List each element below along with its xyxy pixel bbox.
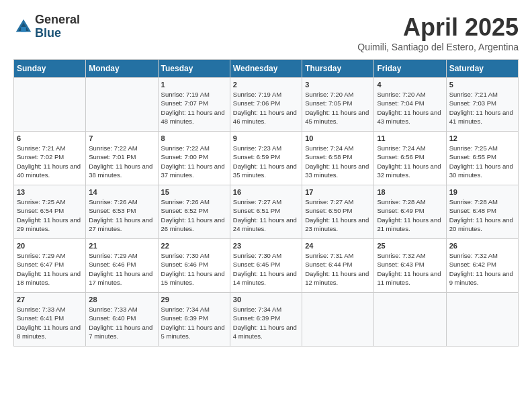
day-info: Sunrise: 7:33 AMSunset: 6:41 PMDaylight:…	[17, 305, 83, 340]
day-info: Sunrise: 7:22 AMSunset: 7:01 PMDaylight:…	[89, 144, 154, 179]
location-subtitle: Quimili, Santiago del Estero, Argentina	[357, 42, 519, 52]
day-info: Sunrise: 7:21 AMSunset: 7:02 PMDaylight:…	[17, 144, 83, 179]
calendar-week-row: 6Sunrise: 7:21 AMSunset: 7:02 PMDaylight…	[14, 132, 519, 185]
day-info: Sunrise: 7:32 AMSunset: 6:43 PMDaylight:…	[377, 251, 443, 287]
calendar-cell: 23Sunrise: 7:30 AMSunset: 6:45 PMDayligh…	[230, 239, 302, 293]
calendar-cell: 10Sunrise: 7:24 AMSunset: 6:58 PMDayligh…	[302, 132, 374, 185]
day-info: Sunrise: 7:21 AMSunset: 7:03 PMDaylight:…	[449, 90, 515, 126]
day-number: 19	[449, 188, 515, 196]
calendar-cell: 13Sunrise: 7:25 AMSunset: 6:54 PMDayligh…	[14, 185, 86, 239]
day-info: Sunrise: 7:27 AMSunset: 6:51 PMDaylight:…	[233, 197, 299, 233]
day-info: Sunrise: 7:33 AMSunset: 6:40 PMDaylight:…	[89, 305, 154, 340]
calendar-cell: 6Sunrise: 7:21 AMSunset: 7:02 PMDaylight…	[14, 132, 86, 185]
day-number: 2	[233, 81, 299, 89]
calendar-cell: 19Sunrise: 7:28 AMSunset: 6:48 PMDayligh…	[446, 185, 518, 239]
day-info: Sunrise: 7:20 AMSunset: 7:05 PMDaylight:…	[305, 90, 371, 126]
day-number: 10	[305, 134, 371, 142]
day-info: Sunrise: 7:27 AMSunset: 6:50 PMDaylight:…	[305, 197, 371, 233]
calendar-cell: 12Sunrise: 7:25 AMSunset: 6:55 PMDayligh…	[446, 132, 518, 185]
header-tuesday: Tuesday	[158, 60, 230, 78]
header-monday: Monday	[86, 60, 158, 78]
calendar-cell: 8Sunrise: 7:22 AMSunset: 7:00 PMDaylight…	[158, 132, 230, 185]
day-number: 13	[17, 188, 83, 196]
day-info: Sunrise: 7:34 AMSunset: 6:39 PMDaylight:…	[161, 305, 227, 340]
logo-icon	[13, 17, 34, 37]
day-info: Sunrise: 7:19 AMSunset: 7:06 PMDaylight:…	[233, 90, 299, 126]
calendar-table: SundayMondayTuesdayWednesdayThursdayFrid…	[13, 59, 519, 347]
day-number: 9	[233, 134, 299, 142]
day-info: Sunrise: 7:29 AMSunset: 6:47 PMDaylight:…	[17, 251, 83, 287]
day-info: Sunrise: 7:29 AMSunset: 6:46 PMDaylight:…	[89, 251, 154, 287]
calendar-cell: 30Sunrise: 7:34 AMSunset: 6:39 PMDayligh…	[230, 293, 302, 347]
day-info: Sunrise: 7:32 AMSunset: 6:42 PMDaylight:…	[449, 251, 515, 287]
day-number: 29	[161, 295, 227, 304]
calendar-cell: 14Sunrise: 7:26 AMSunset: 6:53 PMDayligh…	[86, 185, 158, 239]
day-info: Sunrise: 7:26 AMSunset: 6:53 PMDaylight:…	[89, 197, 154, 233]
header-friday: Friday	[374, 60, 446, 78]
page-header: General Blue April 2025 Quimili, Santiag…	[13, 13, 519, 52]
calendar-week-row: 1Sunrise: 7:19 AMSunset: 7:07 PMDaylight…	[14, 78, 519, 132]
day-number: 7	[89, 134, 154, 142]
day-number: 25	[377, 242, 443, 250]
day-number: 14	[89, 188, 154, 196]
day-number: 15	[161, 188, 227, 196]
title-block: April 2025 Quimili, Santiago del Estero,…	[357, 13, 519, 52]
calendar-cell: 5Sunrise: 7:21 AMSunset: 7:03 PMDaylight…	[446, 78, 518, 132]
svg-rect-2	[21, 27, 26, 32]
day-info: Sunrise: 7:31 AMSunset: 6:44 PMDaylight:…	[305, 251, 371, 287]
day-info: Sunrise: 7:34 AMSunset: 6:39 PMDaylight:…	[233, 305, 299, 340]
day-number: 4	[377, 81, 443, 89]
calendar-week-row: 27Sunrise: 7:33 AMSunset: 6:41 PMDayligh…	[14, 293, 519, 347]
calendar-cell: 15Sunrise: 7:26 AMSunset: 6:52 PMDayligh…	[158, 185, 230, 239]
day-number: 6	[17, 134, 83, 142]
header-thursday: Thursday	[302, 60, 374, 78]
header-saturday: Saturday	[446, 60, 518, 78]
calendar-cell: 16Sunrise: 7:27 AMSunset: 6:51 PMDayligh…	[230, 185, 302, 239]
day-number: 18	[377, 188, 443, 196]
calendar-cell: 17Sunrise: 7:27 AMSunset: 6:50 PMDayligh…	[302, 185, 374, 239]
calendar-cell: 9Sunrise: 7:23 AMSunset: 6:59 PMDaylight…	[230, 132, 302, 185]
day-number: 26	[449, 242, 515, 250]
calendar-header-row: SundayMondayTuesdayWednesdayThursdayFrid…	[14, 60, 519, 78]
calendar-cell: 22Sunrise: 7:30 AMSunset: 6:46 PMDayligh…	[158, 239, 230, 293]
day-number: 16	[233, 188, 299, 196]
calendar-cell: 4Sunrise: 7:20 AMSunset: 7:04 PMDaylight…	[374, 78, 446, 132]
calendar-cell: 11Sunrise: 7:24 AMSunset: 6:56 PMDayligh…	[374, 132, 446, 185]
day-info: Sunrise: 7:28 AMSunset: 6:49 PMDaylight:…	[377, 197, 443, 233]
day-number: 21	[89, 242, 154, 250]
calendar-week-row: 20Sunrise: 7:29 AMSunset: 6:47 PMDayligh…	[14, 239, 519, 293]
calendar-cell: 18Sunrise: 7:28 AMSunset: 6:49 PMDayligh…	[374, 185, 446, 239]
day-number: 28	[89, 295, 154, 304]
day-number: 12	[449, 134, 515, 142]
day-info: Sunrise: 7:24 AMSunset: 6:58 PMDaylight:…	[305, 144, 371, 179]
calendar-cell: 25Sunrise: 7:32 AMSunset: 6:43 PMDayligh…	[374, 239, 446, 293]
logo-general-text: General	[35, 13, 80, 27]
day-number: 24	[305, 242, 371, 250]
month-title: April 2025	[357, 13, 519, 42]
day-number: 17	[305, 188, 371, 196]
calendar-cell	[86, 78, 158, 132]
day-number: 30	[233, 295, 299, 304]
day-number: 1	[161, 81, 227, 89]
day-number: 23	[233, 242, 299, 250]
day-info: Sunrise: 7:25 AMSunset: 6:55 PMDaylight:…	[449, 144, 515, 179]
day-info: Sunrise: 7:28 AMSunset: 6:48 PMDaylight:…	[449, 197, 515, 233]
day-info: Sunrise: 7:20 AMSunset: 7:04 PMDaylight:…	[377, 90, 443, 126]
day-info: Sunrise: 7:23 AMSunset: 6:59 PMDaylight:…	[233, 144, 299, 179]
day-info: Sunrise: 7:30 AMSunset: 6:45 PMDaylight:…	[233, 251, 299, 287]
logo: General Blue	[13, 13, 80, 40]
day-info: Sunrise: 7:19 AMSunset: 7:07 PMDaylight:…	[161, 90, 227, 126]
calendar-cell: 24Sunrise: 7:31 AMSunset: 6:44 PMDayligh…	[302, 239, 374, 293]
calendar-cell: 20Sunrise: 7:29 AMSunset: 6:47 PMDayligh…	[14, 239, 86, 293]
calendar-week-row: 13Sunrise: 7:25 AMSunset: 6:54 PMDayligh…	[14, 185, 519, 239]
calendar-cell: 26Sunrise: 7:32 AMSunset: 6:42 PMDayligh…	[446, 239, 518, 293]
calendar-cell	[446, 293, 518, 347]
calendar-cell: 27Sunrise: 7:33 AMSunset: 6:41 PMDayligh…	[14, 293, 86, 347]
day-info: Sunrise: 7:24 AMSunset: 6:56 PMDaylight:…	[377, 144, 443, 179]
calendar-cell: 2Sunrise: 7:19 AMSunset: 7:06 PMDaylight…	[230, 78, 302, 132]
calendar-cell: 7Sunrise: 7:22 AMSunset: 7:01 PMDaylight…	[86, 132, 158, 185]
day-number: 27	[17, 295, 83, 304]
day-info: Sunrise: 7:26 AMSunset: 6:52 PMDaylight:…	[161, 197, 227, 233]
calendar-cell: 21Sunrise: 7:29 AMSunset: 6:46 PMDayligh…	[86, 239, 158, 293]
day-info: Sunrise: 7:30 AMSunset: 6:46 PMDaylight:…	[161, 251, 227, 287]
